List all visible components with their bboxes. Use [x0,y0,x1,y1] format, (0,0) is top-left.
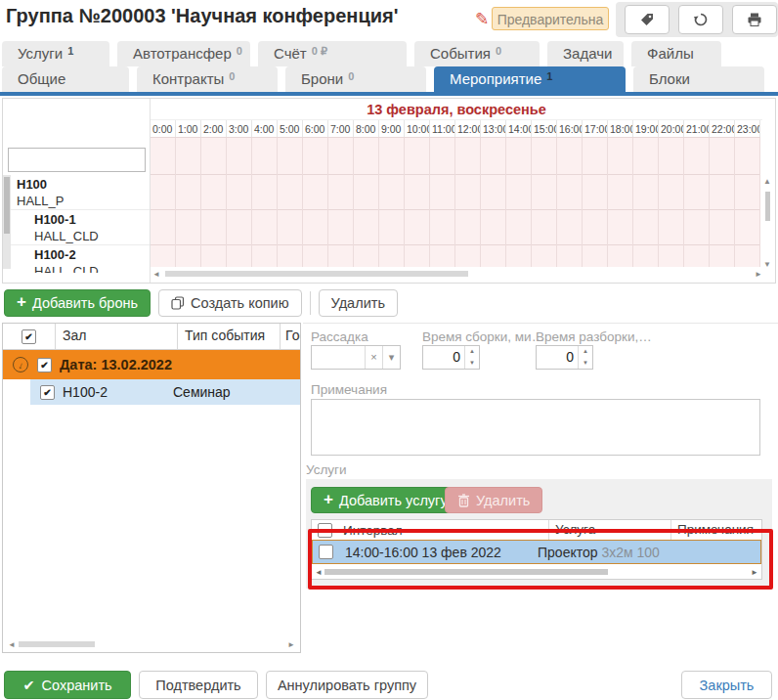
tab-label: Автотрансфер [133,45,232,62]
hour-cell: 0:00 [151,120,176,137]
resource-row[interactable]: H100-2HALL_CLD [3,245,150,273]
tags-button[interactable] [625,5,670,34]
close-button[interactable]: Закрыть [681,671,772,699]
confirm-button[interactable]: Подтвердить [139,671,258,699]
scheduler-horizontal-scrollbar[interactable]: ◄ ► [152,267,764,281]
hour-cell: 4:00 [252,120,278,137]
scroll-right-icon[interactable]: ► [287,640,295,649]
tab-sobytiya[interactable]: События0 [414,41,540,66]
notes-textarea[interactable] [311,399,760,456]
history-icon [693,12,709,27]
resource-list-scrollbar[interactable] [3,175,11,269]
edit-pencil-icon[interactable]: ✎ [475,9,489,29]
teardown-time-stepper[interactable]: 0 ▲ ▼ [536,345,593,370]
tab-uslugi[interactable]: Услуги1 [2,41,109,66]
print-button[interactable] [732,5,777,34]
resource-row[interactable]: H100HALL_P [3,175,150,210]
tab-schet[interactable]: Счёт0 ₽ [258,41,407,66]
seating-value[interactable] [312,346,365,369]
scroll-left-icon[interactable]: ◄ [315,568,323,577]
hour-cell: 5:00 [278,120,303,137]
booking-row[interactable]: ✔ H100-2 Семинар [3,379,300,405]
scrollbar-thumb[interactable] [19,641,95,647]
copy-booking-button[interactable]: Создать копию [158,289,302,317]
column-header-service[interactable]: Услуга [548,520,670,540]
delete-booking-button[interactable]: Удалить [319,289,398,317]
scroll-left-icon[interactable]: ◄ [8,640,16,649]
column-header-event-type[interactable]: Тип события [177,324,280,349]
stepper-down-icon[interactable]: ▼ [579,358,592,370]
group-checkbox[interactable]: ✔ [37,358,52,372]
teardown-time-value[interactable]: 0 [537,346,578,369]
history-button[interactable] [678,5,723,34]
header-action-strip [616,2,778,37]
tab-label: Задачи [563,45,612,62]
tab-broni[interactable]: Брони0 [285,66,426,92]
print-icon [747,12,762,27]
annul-group-button[interactable]: Аннулировать группу [266,671,428,699]
column-header-guests[interactable]: Гос [280,324,300,349]
clear-icon[interactable]: × [365,346,382,369]
date-group-row[interactable]: ↓ ✔ Дата: 13.02.2022 [3,350,300,379]
stepper-up-icon[interactable]: ▲ [465,346,479,358]
page-title: Группа №200003 'Научная конференция' [6,5,398,27]
services-select-all-checkbox[interactable] [318,523,332,538]
plus-icon: + [324,490,333,509]
tab-label: Услуги [18,45,63,62]
booking-row-body[interactable]: ✔ H100-2 Семинар [30,379,300,405]
tab-label: Блоки [649,70,690,87]
tab-count-badge: 1 [67,45,73,57]
bookings-horizontal-scrollbar[interactable]: ◄ ► [6,637,297,650]
setup-time-stepper[interactable]: 0 ▲ ▼ [422,345,480,370]
tab-zadachi[interactable]: Задачи [547,41,624,66]
resource-row[interactable]: H100-1HALL_CLD [3,210,150,245]
chevron-down-icon[interactable]: ▾ [382,346,400,369]
booking-event-type: Семинар [173,384,231,400]
collapse-group-icon[interactable]: ↓ [13,357,28,372]
scrollbar-thumb[interactable] [324,569,608,575]
scroll-right-icon[interactable]: ► [755,270,762,279]
add-service-button[interactable]: + Добавить услугу [311,487,460,513]
stepper-down-icon[interactable]: ▼ [465,358,479,370]
booking-row-checkbox[interactable]: ✔ [40,385,55,400]
stepper-up-icon[interactable]: ▲ [579,346,592,358]
trash-icon [457,494,470,507]
save-button[interactable]: ✔ Сохранить [4,671,131,699]
close-label: Закрыть [700,678,755,693]
hour-cell: 23:00 [735,120,760,137]
tab-bloki[interactable]: Блоки [633,66,764,92]
arrow-glyph: ↓ [17,359,24,371]
scroll-right-icon[interactable]: ► [751,568,758,577]
tab-kontrakty[interactable]: Контракты0 [137,66,278,92]
service-row[interactable]: 14:00-16:00 13 фев 2022 Проектор 3х2м 10… [312,540,761,564]
tab-meropriyatie[interactable]: Мероприятие1 [434,66,626,92]
services-horizontal-scrollbar[interactable]: ◄ ► [313,566,760,578]
title-bar: Группа №200003 'Научная конференция' ✎ П… [0,0,778,39]
column-header-interval[interactable]: Интервал [337,523,548,538]
check-icon: ✔ [40,360,48,371]
scrollbar-thumb[interactable] [4,177,10,234]
seating-combobox[interactable]: × ▾ [311,345,401,370]
setup-time-value[interactable]: 0 [423,346,464,369]
add-booking-button[interactable]: + Добавить бронь [4,289,151,317]
scrollbar-thumb[interactable] [765,192,770,221]
scroll-left-icon[interactable]: ◄ [152,270,160,279]
tab-obshchie[interactable]: Общие [2,66,129,92]
service-row-checkbox[interactable] [319,545,333,559]
tab-faily[interactable]: Файлы [631,41,721,66]
tab-label: Счёт [274,45,307,62]
resource-filter-input[interactable] [8,148,146,172]
scroll-up-icon[interactable]: ▲ [761,177,773,186]
delete-service-button[interactable]: Удалить [445,487,542,513]
service-quantity: 3х2м 100 [601,545,659,560]
column-header-hall[interactable]: Зал [55,324,177,349]
scrollbar-thumb[interactable] [165,271,468,277]
tab-avtotransfer[interactable]: Автотрансфер0 [117,41,250,66]
column-header-notes[interactable]: Примечания [670,520,761,540]
hour-cell: 2:00 [201,120,227,137]
save-label: Сохранить [42,678,112,693]
add-booking-label: Добавить бронь [32,295,138,311]
select-all-checkbox[interactable]: ✔ [22,329,36,344]
scheduler-grid[interactable] [151,137,760,267]
scheduler-vertical-scrollbar[interactable]: ▲ ▼ [761,177,773,269]
